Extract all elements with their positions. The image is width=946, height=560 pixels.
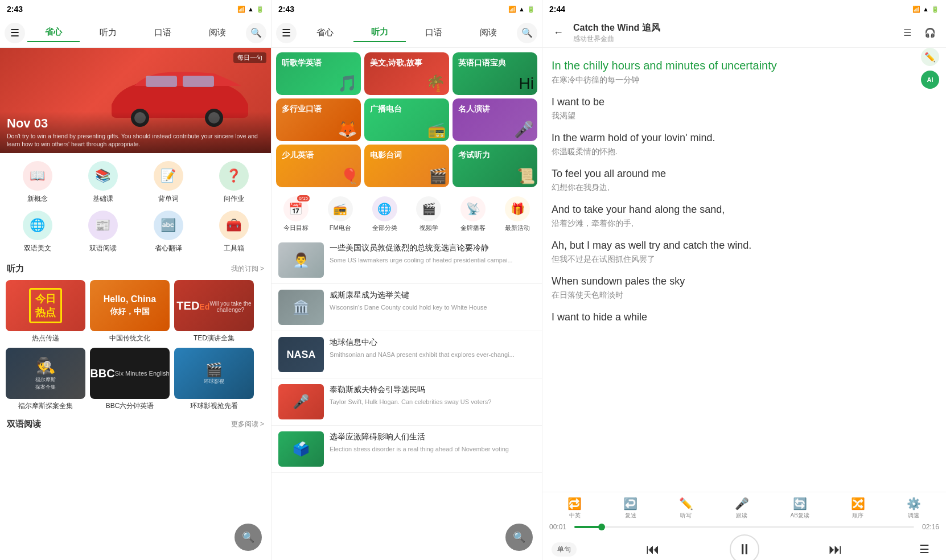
card-globe-img: 🎬 环球影视 <box>174 348 254 399</box>
news-item-3[interactable]: NASA 地球信息中心 Smithsonian and NASA present… <box>272 331 542 378</box>
ctrl-dictation[interactable]: ✏️ 听写 <box>679 497 693 520</box>
player-buttons-row: 单句 ⏮ ⏸ ⏭ ☰ <box>542 534 946 560</box>
cat-exam[interactable]: 考试听力 📜 <box>453 145 537 187</box>
lyrics-content: In the chilly hours and minutes of uncer… <box>542 48 946 510</box>
middle-tab-yuedu[interactable]: 阅读 <box>462 24 515 42</box>
left-tab-yuedu[interactable]: 阅读 <box>191 24 244 42</box>
icon-toolbox-circle: 🧰 <box>219 211 249 240</box>
lyric-8-en-text: I want to hide a while <box>552 310 937 325</box>
today-goal-label: 今日目标 <box>283 224 309 232</box>
card-hotspot[interactable]: 今日热点 热点传递 <box>6 280 85 343</box>
middle-status-bar: 2:43 📶 ▲ 🔋 <box>272 0 542 18</box>
icon-toolbox-label: 工具箱 <box>224 244 244 253</box>
ctrl-order[interactable]: 🔀 顺序 <box>851 497 865 520</box>
middle-tab-tingli[interactable]: 听力 <box>353 23 406 42</box>
middle-search-icon[interactable]: 🔍 <box>517 23 537 43</box>
reading-link[interactable]: 更多阅读 > <box>231 419 264 429</box>
ctrl-repeat-icon: ↩️ <box>623 497 637 510</box>
news-item-5[interactable]: 🗳️ 选举应激障碍影响人们生活 Election stress disorder… <box>272 426 542 473</box>
ctrl-repeat[interactable]: ↩️ 复述 <box>623 497 637 520</box>
cat-radio[interactable]: 广播电台 📻 <box>364 98 449 141</box>
cat-stories[interactable]: 美文,诗歌,故事 🌴 <box>364 52 449 95</box>
btn-prev[interactable]: ⏮ <box>640 537 665 560</box>
news-content-3: 地球信息中心 Smithsonian and NASA present exhi… <box>330 337 535 372</box>
card-china-img: Hello, China你好，中国 <box>90 280 170 331</box>
cat-movie[interactable]: 电影台词 🎬 <box>364 145 449 187</box>
lyric-4-en-text: To feel you all around me <box>552 166 937 182</box>
icon-shuangyumeiwen[interactable]: 🌐 双语美文 <box>5 211 70 253</box>
player-controls-row: 🔁 中英 ↩️ 复述 ✏️ 听写 🎤 跟读 🔄 AB复读 🔀 顺序 <box>542 492 946 520</box>
icon-toolbox[interactable]: 🧰 工具箱 <box>201 211 266 253</box>
news-item-4[interactable]: 🎤 泰勒斯威夫特会引导选民吗 Taylor Swift, Hulk Hogan.… <box>272 378 542 426</box>
news-title-5: 选举应激障碍影响人们生活 <box>330 431 535 443</box>
cat-exam-icon: 📜 <box>517 167 535 185</box>
headphone-icon[interactable]: 🎧 <box>921 24 939 42</box>
news-item-1[interactable]: 👨‍💼 一些美国议员敦促激烈的总统竞选言论要冷静 Some US lawmake… <box>272 237 542 284</box>
reading-section-row: 双语阅读 更多阅读 > <box>0 413 271 433</box>
cat-spoken-label: 英语口语宝典 <box>458 58 506 68</box>
activity-icon: 🎁 <box>511 202 525 216</box>
left-search-fab[interactable]: 🔍 <box>235 524 262 551</box>
ctrl-ab[interactable]: 🔄 AB复读 <box>791 497 809 520</box>
today-goal-badge: 0/15 <box>297 195 310 201</box>
cat-industry[interactable]: 多行业口语 🦊 <box>276 98 361 141</box>
cat-radio-icon: 📻 <box>427 121 446 139</box>
icon-shuangyuyuedu-label: 双语阅读 <box>89 244 117 253</box>
icon-all-cat[interactable]: 🌐 全部分类 <box>372 196 397 232</box>
cat-children-label: 少儿英语 <box>282 150 314 160</box>
left-tab-kouyu[interactable]: 口语 <box>137 24 189 42</box>
edit-icon[interactable]: ✏️ <box>921 48 939 66</box>
ctrl-bilingual[interactable]: 🔁 中英 <box>567 497 582 520</box>
btn-next[interactable]: ⏭ <box>823 537 848 560</box>
ctrl-follow[interactable]: 🎤 跟读 <box>735 497 749 520</box>
card-china[interactable]: Hello, China你好，中国 中国传统文化 <box>90 280 170 343</box>
lyric-5-zh-text: 沿着沙滩，牵着你的手, <box>552 219 937 229</box>
icon-podcast[interactable]: 📡 金牌播客 <box>460 196 486 232</box>
icon-fanyi[interactable]: 🔤 省心翻译 <box>135 211 201 253</box>
card-globe-label: 环球影视抢先看 <box>174 401 254 411</box>
left-search-icon[interactable]: 🔍 <box>246 23 266 43</box>
icon-xingainian[interactable]: 📖 新概念 <box>5 161 70 204</box>
left-tab-shengxin[interactable]: 省心 <box>27 23 80 42</box>
btn-prev-icon: ⏮ <box>646 541 660 557</box>
btn-play[interactable]: ⏸ <box>730 534 759 560</box>
icon-today-goal[interactable]: 📅 0/15 今日目标 <box>283 196 309 232</box>
card-ted[interactable]: TEDEd Will you take thechallenge? TED演讲全… <box>174 280 254 343</box>
news-title-3: 地球信息中心 <box>330 337 535 348</box>
icon-video[interactable]: 🎬 视频学 <box>416 196 441 232</box>
icon-jichuke[interactable]: 📚 基础课 <box>70 161 135 204</box>
btn-list[interactable]: ☰ <box>912 537 937 560</box>
middle-tab-shengxin[interactable]: 省心 <box>299 24 351 42</box>
card-globe[interactable]: 🎬 环球影视 环球影视抢先看 <box>174 348 254 411</box>
icon-wenzuoye[interactable]: ❓ 问作业 <box>201 161 266 204</box>
menu-list-icon[interactable]: ☰ <box>898 24 916 42</box>
news-item-2[interactable]: 🏛️ 威斯康星成为选举关键 Wisconsin's Dane County co… <box>272 284 542 331</box>
listening-link[interactable]: 我的订阅 > <box>231 264 264 274</box>
card-bbc[interactable]: BBC Six Minutes English BBC六分钟英语 <box>90 348 170 411</box>
left-time: 2:43 <box>7 5 23 14</box>
middle-menu-icon[interactable]: ☰ <box>276 23 297 43</box>
left-tab-tingli[interactable]: 听力 <box>82 24 134 42</box>
svg-rect-6 <box>183 76 214 87</box>
card-detective[interactable]: 🕵️ 福尔摩斯探案全集 福尔摩斯探案全集 <box>6 348 85 411</box>
cat-speech[interactable]: 名人演讲 🎤 <box>453 98 537 141</box>
cat-industry-icon: 🦊 <box>338 120 357 139</box>
btn-word[interactable]: 单句 <box>552 542 577 557</box>
left-menu-icon[interactable]: ☰ <box>5 23 25 43</box>
middle-tab-kouyu[interactable]: 口语 <box>408 24 460 42</box>
cat-songs[interactable]: 听歌学英语 🎵 <box>276 52 361 95</box>
ctrl-speed[interactable]: ⚙️ 调速 <box>907 497 921 520</box>
cat-children[interactable]: 少儿英语 🎈 <box>276 145 361 187</box>
icon-shuangyuyuedu[interactable]: 📰 双语阅读 <box>70 211 135 253</box>
icon-beicichou[interactable]: 📝 背单词 <box>135 161 201 204</box>
podcast-circle: 📡 <box>460 196 486 221</box>
cat-spoken[interactable]: 英语口语宝典 Hi <box>453 52 537 95</box>
icon-fm[interactable]: 📻 FM电台 <box>328 196 353 232</box>
icon-activity[interactable]: 🎁 最新活动 <box>505 196 530 232</box>
progress-bar[interactable] <box>574 526 914 528</box>
ai-icon[interactable]: AI <box>921 71 939 89</box>
card-bbc-img: BBC Six Minutes English <box>90 348 170 399</box>
ctrl-follow-icon: 🎤 <box>735 497 749 510</box>
middle-search-fab[interactable]: 🔍 <box>505 524 533 551</box>
back-button[interactable]: ← <box>549 24 567 42</box>
